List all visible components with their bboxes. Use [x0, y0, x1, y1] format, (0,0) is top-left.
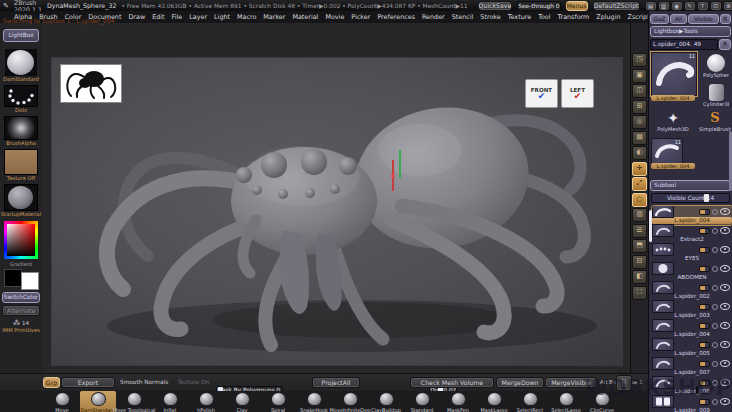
menu-item[interactable]: Picker	[351, 13, 370, 21]
menu-item[interactable]: Zplugin	[596, 13, 620, 21]
subtool-scrollbar[interactable]	[649, 210, 652, 242]
subtool-row[interactable]: L.spider_004	[652, 206, 732, 225]
gizmo-dots-icon[interactable]: ⣿	[616, 375, 632, 391]
brush-quick-item[interactable]: Clay	[224, 391, 260, 412]
subtool-section-header[interactable]: Subtool	[650, 180, 731, 191]
sculpt-toggle-icon[interactable]	[712, 323, 718, 329]
subtool-row-icons[interactable]	[699, 322, 730, 329]
brush-quick-item[interactable]: SelectRect	[512, 391, 548, 412]
right-shelf-button[interactable]: ⬒	[632, 239, 647, 253]
export-button[interactable]: Export	[61, 377, 115, 388]
brush-quick-item[interactable]: MaskPen	[440, 391, 476, 412]
menu-item[interactable]: File	[172, 13, 183, 21]
visible-count-handle[interactable]	[704, 194, 709, 202]
visibility-eye-icon[interactable]	[720, 227, 730, 234]
subtool-row[interactable]: L.spider_009	[652, 396, 732, 412]
polypaint-toggle-icon[interactable]	[699, 323, 710, 329]
sculpt-toggle-icon[interactable]	[712, 361, 718, 367]
saturation-value-square[interactable]	[7, 224, 35, 256]
right-shelf-button[interactable]: ⛶	[632, 286, 647, 300]
menu-item[interactable]: Render	[422, 13, 445, 21]
subtool-name[interactable]: ABDOMEN	[652, 274, 732, 281]
right-shelf-button[interactable]: ⤢	[632, 177, 647, 191]
visible-button[interactable]: Visible	[688, 14, 718, 24]
subtool-row[interactable]: L.spider_008	[652, 377, 732, 396]
sculpt-toggle-icon[interactable]	[712, 285, 718, 291]
main-color-swatch[interactable]	[4, 269, 22, 287]
menu-item[interactable]: Material	[292, 13, 318, 21]
polysphere-tool[interactable]: PolySphere	[703, 54, 729, 78]
brush-quick-item[interactable]: ClayBuildup	[368, 391, 404, 412]
polypaint-toggle-icon[interactable]	[699, 304, 710, 310]
menu-item[interactable]: Transform	[558, 13, 590, 21]
subtool-row-icons[interactable]	[699, 246, 730, 253]
projectall-button[interactable]: ProjectAll	[312, 377, 360, 388]
subtool-row-icons[interactable]	[699, 398, 730, 405]
brush-quick-item[interactable]: hPolish	[188, 391, 224, 412]
subtool-row[interactable]: L.spider_002	[652, 282, 732, 301]
sculpt-toggle-icon[interactable]	[712, 228, 718, 234]
window-icon[interactable]: ⊡	[710, 1, 722, 11]
menu-item[interactable]: Macro	[237, 13, 256, 21]
sculpt-toggle-icon[interactable]	[712, 399, 718, 405]
check-mesh-volume-button[interactable]: Check Mesh Volume	[410, 377, 494, 388]
subtool-name[interactable]: L.spider_005	[652, 350, 732, 357]
right-shelf-button[interactable]: ▥	[632, 208, 647, 222]
visibility-eye-icon[interactable]	[720, 341, 730, 348]
lightbox-tools-header[interactable]: Lightbox▶Tools	[650, 26, 731, 37]
sculpt-toggle-icon[interactable]	[712, 209, 718, 215]
see-through-slider[interactable]: See-through 0	[517, 1, 560, 11]
menu-item[interactable]: Tool	[538, 13, 550, 21]
tool-r-button[interactable]: R	[719, 39, 731, 50]
menus-toggle-button[interactable]: Menus	[566, 1, 588, 11]
menu-item[interactable]: Zscript	[628, 13, 650, 21]
brush-quick-item[interactable]: Inflat	[152, 391, 188, 412]
visibility-eye-icon[interactable]	[720, 360, 730, 367]
window-icon[interactable]: ⊗	[723, 1, 732, 11]
polypaint-toggle-icon[interactable]	[699, 266, 710, 272]
subtool-row-icons[interactable]	[699, 284, 730, 291]
brush-quick-item[interactable]: DamStandard	[80, 391, 116, 412]
subtool-name[interactable]: L.spider_008	[652, 388, 732, 395]
polypaint-toggle-icon[interactable]	[699, 209, 710, 215]
visibility-eye-icon[interactable]	[720, 284, 730, 291]
subtool-name[interactable]: L.spider_007	[652, 369, 732, 376]
menu-item[interactable]: Light	[214, 13, 230, 21]
window-icon[interactable]: ↑	[697, 1, 709, 11]
subtool-name[interactable]: EYES	[652, 255, 732, 262]
polypaint-toggle-icon[interactable]	[699, 285, 710, 291]
right-shelf-button[interactable]: ◧	[632, 270, 647, 284]
sculpt-toggle-icon[interactable]	[712, 380, 718, 386]
lightbox-button[interactable]: LightBox	[3, 29, 39, 42]
menu-item[interactable]: Draw	[128, 13, 145, 21]
brush-quick-item[interactable]: Standard	[404, 391, 440, 412]
sculpt-toggle-icon[interactable]	[712, 342, 718, 348]
visibility-eye-icon[interactable]	[720, 398, 730, 405]
subtool-row[interactable]: L.spider_007	[652, 358, 732, 377]
imm-primitives[interactable]: ⁂ 14	[0, 319, 42, 327]
current-stroke-thumb[interactable]: Dots	[0, 85, 42, 113]
brush-quick-item[interactable]: Move Topological	[116, 391, 152, 412]
right-shelf-button[interactable]: ⊞	[632, 100, 647, 114]
menu-item[interactable]: Texture	[508, 13, 531, 21]
subtool-row[interactable]: L.spider_003	[652, 301, 732, 320]
right-shelf-button[interactable]: ◫	[632, 84, 647, 98]
window-icon[interactable]: ▥	[658, 1, 670, 11]
gradient-label[interactable]: Gradient	[0, 261, 42, 267]
menu-item[interactable]: Marker	[263, 13, 285, 21]
front-view-button[interactable]: FRONT ✔	[525, 79, 558, 108]
texture-on-toggle[interactable]: Texture On	[178, 379, 209, 385]
right-shelf-button[interactable]: ⊟	[632, 255, 647, 269]
visibility-eye-icon[interactable]	[720, 303, 730, 310]
r-button[interactable]: R	[720, 14, 731, 24]
brush-quick-item[interactable]: SnakeHook	[296, 391, 332, 412]
recent-tool-thumb[interactable]: 11	[651, 138, 683, 164]
left-view-button[interactable]: LEFT ✔	[561, 79, 594, 108]
mergedown-button[interactable]: MergeDown	[496, 377, 544, 388]
all-button[interactable]: All	[670, 14, 687, 24]
visibility-eye-icon[interactable]	[720, 322, 730, 329]
subtool-row-icons[interactable]	[699, 227, 730, 234]
window-icon[interactable]: ◉	[671, 1, 683, 11]
subtool-row[interactable]: EYES	[652, 244, 732, 263]
cylinder-tool[interactable]: Cylinder3D	[703, 84, 729, 107]
